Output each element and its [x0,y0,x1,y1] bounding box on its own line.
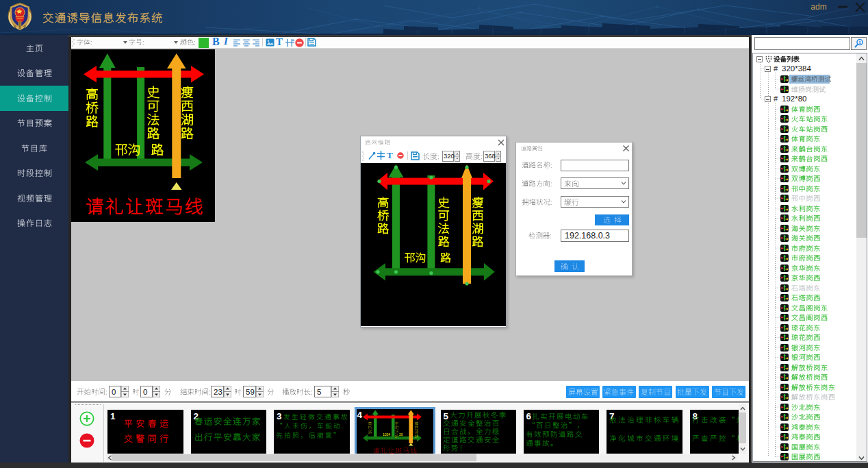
svg-text:1024: 1024 [383,432,390,436]
svg-text:20: 20 [399,432,403,436]
svg-text:$: $ [858,40,860,45]
